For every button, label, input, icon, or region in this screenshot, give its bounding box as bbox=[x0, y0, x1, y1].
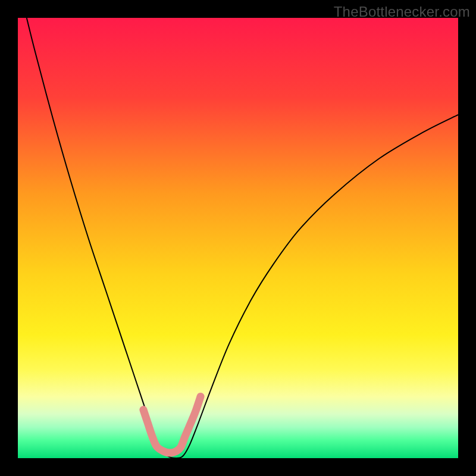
chart-frame: TheBottlenecker.com bbox=[0, 0, 476, 476]
curve-layer bbox=[18, 18, 458, 458]
series-bottleneck-curve bbox=[27, 18, 458, 458]
plot-area bbox=[18, 18, 458, 458]
series-trough-marker bbox=[143, 396, 201, 453]
